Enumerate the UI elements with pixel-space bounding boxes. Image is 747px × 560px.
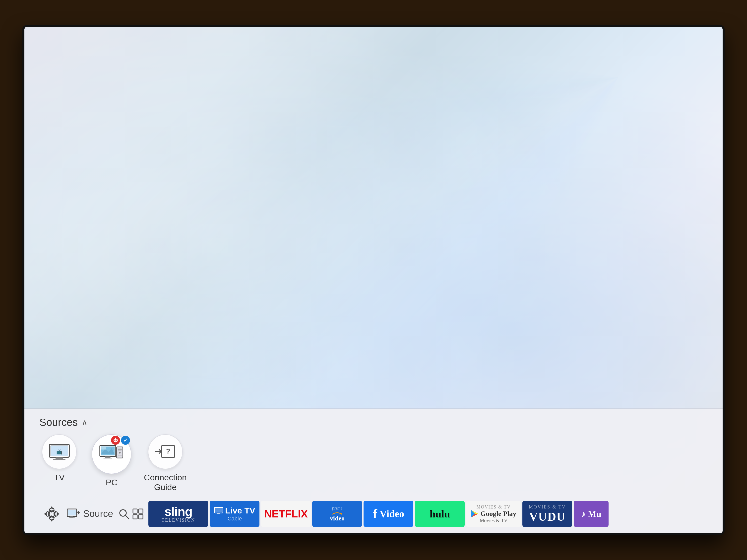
vudu-label: VUDU: [529, 510, 566, 524]
bottom-panel: Sources ∧ 📺: [24, 409, 723, 533]
source-item-connection-guide[interactable]: ? Connection Guide: [144, 434, 187, 492]
fb-video-content: f Video: [373, 506, 404, 521]
svg-rect-30: [215, 508, 222, 512]
svg-rect-10: [118, 449, 122, 451]
svg-rect-21: [69, 517, 75, 518]
sling-app-tile[interactable]: sling TELEVISION: [148, 501, 208, 527]
pc-source-label: PC: [106, 478, 117, 487]
svg-line-24: [126, 515, 129, 519]
svg-rect-12: [118, 455, 122, 456]
svg-rect-19: [68, 510, 76, 515]
svg-rect-7: [105, 456, 110, 458]
vudu-app-tile[interactable]: MOVIES & TV VUDU: [522, 501, 572, 527]
sling-label: sling TELEVISION: [162, 506, 195, 523]
svg-point-11: [119, 452, 121, 453]
source-label: Source: [83, 508, 113, 519]
apps-grid-icon: [132, 508, 144, 519]
facebook-icon: f: [373, 506, 377, 521]
vudu-content: MOVIES & TV VUDU: [529, 505, 566, 524]
facebook-video-app-tile[interactable]: f Video: [364, 501, 413, 527]
svg-text:📺: 📺: [56, 449, 62, 455]
googleplay-app-tile[interactable]: MOVIES & TV Google Play Movies: [466, 501, 521, 527]
main-content-area: [24, 27, 723, 408]
tv-source-label: TV: [54, 473, 65, 482]
prime-content: prime video: [329, 504, 346, 524]
svg-rect-2: [53, 459, 66, 460]
sources-chevron-icon[interactable]: ∧: [82, 418, 87, 426]
pc-check-badge: ✓: [121, 436, 130, 445]
livetv-app-tile[interactable]: Live TV Cable: [210, 501, 259, 527]
svg-rect-8: [103, 458, 112, 458]
livetv-monitor-icon: [214, 507, 223, 514]
tv-frame: Sources ∧ 📺: [22, 25, 725, 535]
svg-rect-27: [133, 515, 137, 519]
taskbar: Source: [39, 500, 708, 528]
googleplay-content: MOVIES & TV Google Play Movies: [470, 504, 517, 525]
svg-rect-32: [216, 514, 222, 514]
source-icon: [67, 508, 80, 519]
svg-rect-1: [55, 457, 63, 459]
prime-video-app-tile[interactable]: prime video: [312, 501, 362, 527]
tv-screen: Sources ∧ 📺: [24, 27, 723, 533]
music-label: ♪ Mu: [579, 509, 604, 519]
source-item-pc[interactable]: ✓ ⏻: [92, 434, 131, 487]
svg-rect-20: [70, 516, 73, 517]
pc-source-icon-wrap: ✓ ⏻: [92, 434, 131, 474]
settings-button[interactable]: [39, 502, 64, 526]
search-apps-button[interactable]: [118, 508, 144, 520]
tv-source-icon: 📺: [48, 443, 71, 460]
svg-rect-31: [217, 513, 220, 514]
app-tiles: sling TELEVISION: [148, 501, 708, 527]
svg-rect-13: [101, 447, 106, 450]
pc-power-badge: ⏻: [111, 436, 120, 445]
svg-rect-26: [139, 509, 143, 513]
search-icon: [118, 508, 130, 520]
svg-rect-28: [139, 515, 143, 519]
connection-guide-label: Connection Guide: [144, 473, 187, 492]
tv-source-icon-wrap: 📺: [42, 434, 77, 469]
pc-source-icon: [99, 444, 124, 464]
music-app-tile[interactable]: ♪ Mu: [574, 501, 609, 527]
source-button[interactable]: Source: [67, 508, 113, 519]
source-items-list: 📺 TV ✓ ⏻: [39, 434, 708, 492]
livetv-content: Live TV Cable: [212, 504, 257, 524]
gear-icon: [43, 505, 60, 523]
google-play-icon: [471, 510, 479, 518]
netflix-label: NETFLIX: [264, 508, 308, 520]
svg-rect-25: [133, 509, 137, 513]
fb-video-text: Video: [380, 508, 404, 520]
connection-guide-icon-wrap: ?: [148, 434, 183, 469]
source-item-tv[interactable]: 📺 TV: [39, 434, 79, 482]
hulu-app-tile[interactable]: hulu: [415, 501, 465, 527]
netflix-app-tile[interactable]: NETFLIX: [261, 501, 311, 527]
svg-text:?: ?: [166, 447, 170, 455]
sources-title: Sources: [39, 417, 78, 428]
connection-guide-icon: ?: [154, 443, 177, 460]
sources-section: Sources ∧ 📺: [39, 417, 708, 492]
prime-arrow-icon: [332, 511, 342, 515]
hulu-label: hulu: [430, 508, 450, 520]
sources-header: Sources ∧: [39, 417, 708, 428]
